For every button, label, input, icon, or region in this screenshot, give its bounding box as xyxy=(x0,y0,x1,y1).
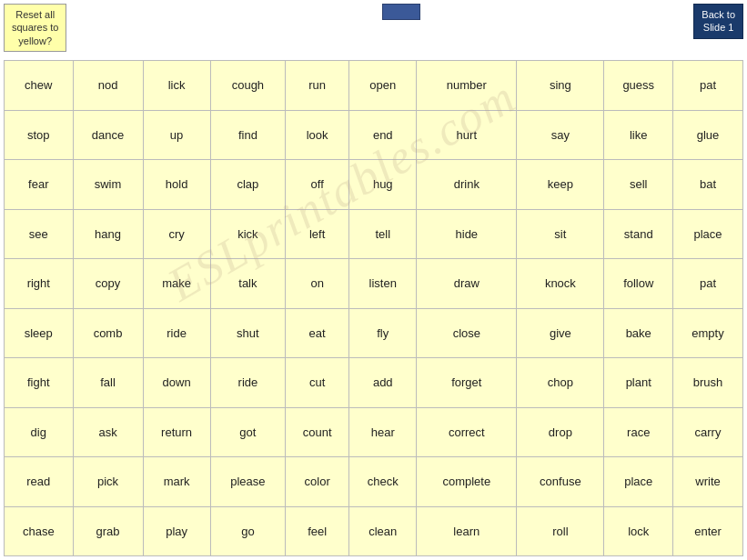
table-cell[interactable]: left xyxy=(286,209,349,259)
table-cell[interactable]: place xyxy=(673,209,743,259)
table-cell[interactable]: go xyxy=(210,506,285,556)
end-button[interactable] xyxy=(382,4,420,20)
table-cell[interactable]: on xyxy=(286,259,349,309)
table-cell[interactable]: follow xyxy=(604,259,673,309)
table-cell[interactable]: copy xyxy=(73,259,143,309)
table-cell[interactable]: learn xyxy=(417,506,517,556)
table-cell[interactable]: hide xyxy=(417,209,517,259)
table-cell[interactable]: bat xyxy=(673,160,743,210)
table-cell[interactable]: say xyxy=(517,110,604,160)
table-cell[interactable]: pat xyxy=(673,259,743,309)
table-cell[interactable]: nod xyxy=(73,61,143,111)
table-cell[interactable]: roll xyxy=(517,506,604,556)
table-cell[interactable]: ride xyxy=(143,308,210,358)
table-cell[interactable]: number xyxy=(417,61,517,111)
table-cell[interactable]: cough xyxy=(210,61,285,111)
table-cell[interactable]: stop xyxy=(5,110,74,160)
table-cell[interactable]: correct xyxy=(417,407,517,457)
table-cell[interactable]: complete xyxy=(417,457,517,507)
table-cell[interactable]: lock xyxy=(604,506,673,556)
table-cell[interactable]: listen xyxy=(349,259,417,309)
table-cell[interactable]: cry xyxy=(143,209,210,259)
table-cell[interactable]: down xyxy=(143,358,210,408)
table-cell[interactable]: open xyxy=(349,61,417,111)
table-cell[interactable]: race xyxy=(604,407,673,457)
table-cell[interactable]: dance xyxy=(73,110,143,160)
table-cell[interactable]: read xyxy=(5,457,74,507)
table-cell[interactable]: hear xyxy=(349,407,417,457)
table-cell[interactable]: plant xyxy=(604,358,673,408)
table-cell[interactable]: like xyxy=(604,110,673,160)
table-cell[interactable]: sit xyxy=(517,209,604,259)
table-cell[interactable]: keep xyxy=(517,160,604,210)
table-cell[interactable]: guess xyxy=(604,61,673,111)
table-cell[interactable]: fight xyxy=(5,358,74,408)
table-cell[interactable]: look xyxy=(286,110,349,160)
table-cell[interactable]: play xyxy=(143,506,210,556)
table-cell[interactable]: find xyxy=(210,110,285,160)
table-cell[interactable]: write xyxy=(673,457,743,507)
table-cell[interactable]: hang xyxy=(73,209,143,259)
table-cell[interactable]: dig xyxy=(5,407,74,457)
table-cell[interactable]: kick xyxy=(210,209,285,259)
table-cell[interactable]: lick xyxy=(143,61,210,111)
table-cell[interactable]: swim xyxy=(73,160,143,210)
table-cell[interactable]: confuse xyxy=(517,457,604,507)
table-cell[interactable]: empty xyxy=(673,308,743,358)
table-cell[interactable]: please xyxy=(210,457,285,507)
table-cell[interactable]: return xyxy=(143,407,210,457)
table-cell[interactable]: ask xyxy=(73,407,143,457)
table-cell[interactable]: knock xyxy=(517,259,604,309)
table-cell[interactable]: carry xyxy=(673,407,743,457)
table-cell[interactable]: right xyxy=(5,259,74,309)
back-button[interactable]: Back toSlide 1 xyxy=(693,4,743,39)
table-cell[interactable]: pick xyxy=(73,457,143,507)
table-cell[interactable]: brush xyxy=(673,358,743,408)
reset-button[interactable]: Reset allsquares toyellow? xyxy=(4,4,66,52)
table-cell[interactable]: fear xyxy=(5,160,74,210)
table-cell[interactable]: hold xyxy=(143,160,210,210)
table-cell[interactable]: end xyxy=(349,110,417,160)
table-cell[interactable]: got xyxy=(210,407,285,457)
table-cell[interactable]: make xyxy=(143,259,210,309)
table-cell[interactable]: talk xyxy=(210,259,285,309)
table-cell[interactable]: place xyxy=(604,457,673,507)
table-cell[interactable]: stand xyxy=(604,209,673,259)
table-cell[interactable]: pat xyxy=(673,61,743,111)
table-cell[interactable]: shut xyxy=(210,308,285,358)
table-cell[interactable]: mark xyxy=(143,457,210,507)
table-cell[interactable]: enter xyxy=(673,506,743,556)
table-cell[interactable]: chase xyxy=(5,506,74,556)
table-cell[interactable]: sell xyxy=(604,160,673,210)
table-cell[interactable]: up xyxy=(143,110,210,160)
table-cell[interactable]: cut xyxy=(286,358,349,408)
table-cell[interactable]: drink xyxy=(417,160,517,210)
table-cell[interactable]: see xyxy=(5,209,74,259)
table-cell[interactable]: clean xyxy=(349,506,417,556)
table-cell[interactable]: add xyxy=(349,358,417,408)
table-cell[interactable]: grab xyxy=(73,506,143,556)
table-cell[interactable]: sleep xyxy=(5,308,74,358)
table-cell[interactable]: off xyxy=(286,160,349,210)
table-cell[interactable]: comb xyxy=(73,308,143,358)
table-cell[interactable]: check xyxy=(349,457,417,507)
table-cell[interactable]: drop xyxy=(517,407,604,457)
table-cell[interactable]: glue xyxy=(673,110,743,160)
table-cell[interactable]: draw xyxy=(417,259,517,309)
table-cell[interactable]: fall xyxy=(73,358,143,408)
table-cell[interactable]: color xyxy=(286,457,349,507)
table-cell[interactable]: forget xyxy=(417,358,517,408)
table-cell[interactable]: eat xyxy=(286,308,349,358)
table-cell[interactable]: clap xyxy=(210,160,285,210)
table-cell[interactable]: ride xyxy=(210,358,285,408)
table-cell[interactable]: chop xyxy=(517,358,604,408)
table-cell[interactable]: hurt xyxy=(417,110,517,160)
table-cell[interactable]: fly xyxy=(349,308,417,358)
table-cell[interactable]: chew xyxy=(5,61,74,111)
table-cell[interactable]: close xyxy=(417,308,517,358)
table-cell[interactable]: tell xyxy=(349,209,417,259)
table-cell[interactable]: count xyxy=(286,407,349,457)
table-cell[interactable]: run xyxy=(286,61,349,111)
table-cell[interactable]: sing xyxy=(517,61,604,111)
table-cell[interactable]: give xyxy=(517,308,604,358)
